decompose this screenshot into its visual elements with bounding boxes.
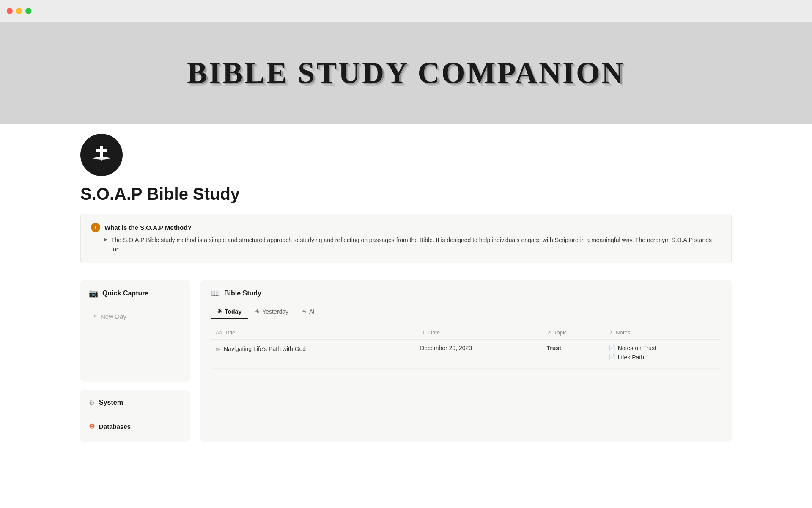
quick-capture-title: Quick Capture — [102, 290, 148, 297]
system-divider — [89, 414, 182, 414]
camera-icon: 📷 — [89, 289, 98, 298]
sun-icon: ✳ — [92, 313, 97, 320]
all-sun-icon: ✳ — [302, 308, 307, 315]
note-label-1: Notes on Trust — [618, 345, 656, 351]
book-icon: 📖 — [211, 289, 220, 298]
callout-body: ▶ The S.O.A.P Bible study method is a si… — [91, 235, 721, 254]
quick-capture-card: 📷 Quick Capture ✳ New Day — [80, 280, 190, 382]
databases-item[interactable]: ⚙ Databases — [89, 420, 182, 433]
table-header: Aa Title 🗓 Date ↗ Topic ↗ — [211, 326, 721, 340]
bible-study-tabs: ✳ Today ✳ Yesterday ✳ All — [211, 305, 721, 319]
entry-link[interactable]: ✏ Navigating Life's Path with God — [216, 345, 410, 354]
title-col-icon: Aa — [216, 330, 222, 336]
system-title: System — [99, 399, 123, 406]
info-icon: i — [91, 223, 100, 232]
logo-section — [80, 124, 732, 181]
table-body: ✏ Navigating Life's Path with God Decemb… — [211, 339, 721, 368]
col-notes: ↗ Notes — [604, 326, 721, 340]
bible-study-header: 📖 Bible Study — [211, 289, 721, 298]
triangle-icon: ▶ — [104, 237, 108, 242]
note-file-icon-2: 📄 — [609, 354, 615, 360]
table-header-row: Aa Title 🗓 Date ↗ Topic ↗ — [211, 326, 721, 340]
note-item-2[interactable]: 📄 Lifes Path — [609, 354, 716, 361]
col-title: Aa Title — [211, 326, 415, 340]
system-card: ⚙ System ⚙ Databases — [80, 390, 190, 442]
maximize-button[interactable] — [25, 8, 31, 14]
gear-icon: ⚙ — [89, 399, 95, 407]
tab-today-label: Today — [225, 308, 241, 315]
tab-all[interactable]: ✳ All — [295, 305, 323, 319]
row-date-cell: December 29, 2023 — [415, 339, 541, 368]
hero-banner: BIBLE STUDY COMPANION — [0, 22, 812, 124]
note-label-2: Lifes Path — [618, 354, 644, 361]
titlebar — [0, 0, 812, 22]
row-notes-cell: 📄 Notes on Trust 📄 Lifes Path — [604, 339, 721, 368]
topic-col-icon: ↗ — [547, 330, 551, 336]
row-topic-cell: Trust — [542, 339, 604, 368]
tab-all-label: All — [309, 308, 316, 315]
row-title-cell: ✏ Navigating Life's Path with God — [211, 339, 415, 368]
entry-topic: Trust — [547, 345, 561, 351]
minimize-button[interactable] — [16, 8, 22, 14]
left-column: 📷 Quick Capture ✳ New Day ⚙ System ⚙ — [80, 280, 190, 442]
logo-circle — [80, 134, 123, 176]
two-col-layout: 📷 Quick Capture ✳ New Day ⚙ System ⚙ — [80, 280, 732, 442]
entry-edit-icon: ✏ — [216, 345, 220, 354]
notes-col-icon: ↗ — [609, 330, 613, 336]
note-item-1[interactable]: 📄 Notes on Trust — [609, 345, 716, 351]
entry-title-text: Navigating Life's Path with God — [224, 345, 306, 353]
note-file-icon-1: 📄 — [609, 345, 615, 351]
callout-header: i What is the S.O.A.P Method? — [91, 223, 721, 232]
bible-study-card: 📖 Bible Study ✳ Today ✳ Yesterday ✳ All — [200, 280, 732, 442]
logo-icon — [89, 142, 114, 168]
hero-title: BIBLE STUDY COMPANION — [187, 55, 625, 91]
svg-rect-1 — [96, 149, 107, 152]
date-col-icon: 🗓 — [420, 330, 425, 336]
bible-study-title: Bible Study — [224, 290, 261, 297]
new-day-label: New Day — [101, 313, 126, 320]
yesterday-sun-icon: ✳ — [255, 308, 260, 315]
close-button[interactable] — [7, 8, 13, 14]
tab-yesterday[interactable]: ✳ Yesterday — [248, 305, 295, 319]
quick-capture-divider — [89, 305, 182, 305]
col-date: 🗓 Date — [415, 326, 541, 340]
databases-label: Databases — [99, 423, 131, 430]
info-callout: i What is the S.O.A.P Method? ▶ The S.O.… — [80, 214, 732, 263]
callout-title: What is the S.O.A.P Method? — [104, 224, 192, 231]
content-area: S.O.A.P Bible Study i What is the S.O.A.… — [0, 124, 812, 442]
study-table: Aa Title 🗓 Date ↗ Topic ↗ — [211, 326, 721, 369]
table-row: ✏ Navigating Life's Path with God Decemb… — [211, 339, 721, 368]
databases-gear-icon: ⚙ — [89, 422, 95, 431]
new-day-button[interactable]: ✳ New Day — [89, 311, 130, 322]
quick-capture-header: 📷 Quick Capture — [89, 289, 182, 298]
page-title: S.O.A.P Bible Study — [80, 185, 732, 204]
entry-date: December 29, 2023 — [420, 345, 472, 351]
callout-body-text: The S.O.A.P Bible study method is a simp… — [111, 235, 721, 254]
tab-today[interactable]: ✳ Today — [211, 305, 248, 319]
tab-yesterday-label: Yesterday — [262, 308, 288, 315]
system-header: ⚙ System — [89, 399, 182, 407]
today-sun-icon: ✳ — [217, 308, 222, 315]
col-topic: ↗ Topic — [542, 326, 604, 340]
